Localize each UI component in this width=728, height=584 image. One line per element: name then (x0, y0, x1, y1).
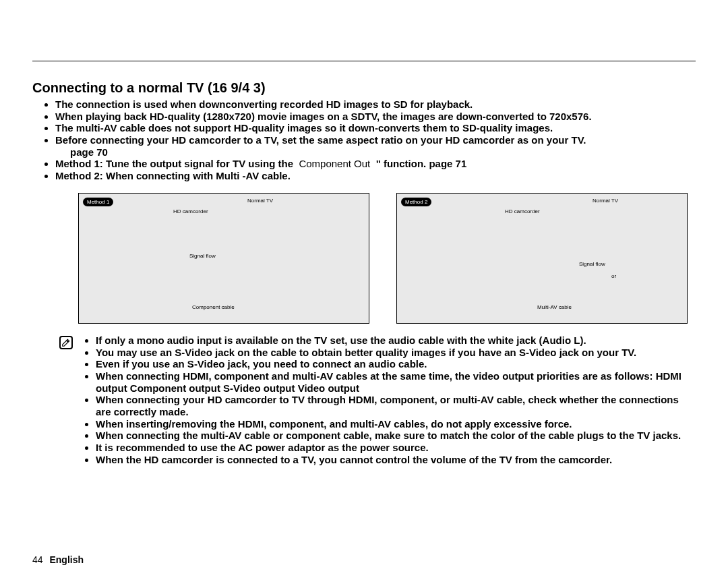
manual-page: Connecting to a normal TV (16 9/4 3) The… (0, 0, 728, 584)
note-icon (59, 336, 73, 349)
method-badge: Method 1 (83, 198, 113, 206)
note-item: Even if you use an S-Video jack, you nee… (96, 358, 696, 370)
bullet-text: The connection is used when downconverti… (55, 98, 473, 110)
language-label: English (49, 554, 84, 565)
label-normal-tv: Normal TV (593, 198, 618, 204)
bullet-item: The multi-AV cable does not support HD-q… (55, 122, 696, 134)
label-hd-camcorder: HD camcorder (505, 208, 540, 214)
label-signal-flow: Signal flow (579, 261, 605, 267)
bullet-text: When playing back HD-quality (1280x720) … (55, 111, 592, 122)
label-multi-av-cable: Multi-AV cable (537, 304, 572, 310)
note-item: When connecting your HD camcorder to TV … (96, 394, 696, 417)
note-item: When inserting/removing the HDMI, compon… (96, 418, 696, 430)
bullet-item: Before connecting your HD camcorder to a… (55, 134, 696, 158)
intro-bullet-list: The connection is used when downconverti… (32, 98, 696, 182)
bullet-item: Method 2: When connecting with Multi -AV… (55, 170, 696, 182)
bullet-text: Method 1: Tune the output signal for TV … (55, 158, 293, 169)
diagram-row: Method 1 Normal TV HD camcorder Signal f… (70, 193, 696, 324)
pencil-icon (61, 338, 71, 347)
label-hd-camcorder: HD camcorder (173, 208, 208, 214)
bullet-text: " function. page 71 (376, 158, 467, 169)
note-item: When connecting HDMI, component and mult… (96, 370, 696, 394)
page-ref: page 70 (70, 146, 696, 158)
note-item: When connecting the multi-AV cable or co… (96, 430, 696, 442)
notes-list: If only a mono audio input is available … (80, 334, 696, 466)
diagram-method-2: Method 2 Normal TV HD camcorder Signal f… (396, 193, 688, 324)
bullet-text: Before connecting your HD camcorder to a… (55, 134, 586, 146)
label-normal-tv: Normal TV (247, 198, 273, 204)
note-item: When the HD camcorder is connected to a … (96, 454, 696, 466)
page-number: 44 (32, 554, 43, 565)
page-footer: 44 English (32, 554, 84, 565)
note-item: If only a mono audio input is available … (96, 334, 696, 347)
notes-section: If only a mono audio input is available … (32, 334, 696, 466)
bullet-text: Method 2: When connecting with Multi -AV… (55, 170, 291, 181)
label-component-cable: Component cable (192, 304, 235, 310)
method-badge: Method 2 (401, 198, 431, 206)
label-or: or (611, 273, 616, 279)
bullet-item: When playing back HD-quality (1280x720) … (55, 111, 696, 123)
label-signal-flow: Signal flow (189, 253, 216, 259)
top-rule (32, 61, 696, 61)
section-heading: Connecting to a normal TV (16 9/4 3) (32, 80, 696, 96)
component-out-label: Component Out (296, 158, 373, 169)
bullet-item: The connection is used when downconverti… (55, 98, 696, 111)
note-item: It is recommended to use the AC power ad… (96, 442, 696, 454)
bullet-text: The multi-AV cable does not support HD-q… (55, 122, 553, 134)
note-item: You may use an S-Video jack on the cable… (96, 347, 696, 359)
diagram-method-1: Method 1 Normal TV HD camcorder Signal f… (78, 193, 369, 324)
bullet-item: Method 1: Tune the output signal for TV … (55, 158, 696, 170)
